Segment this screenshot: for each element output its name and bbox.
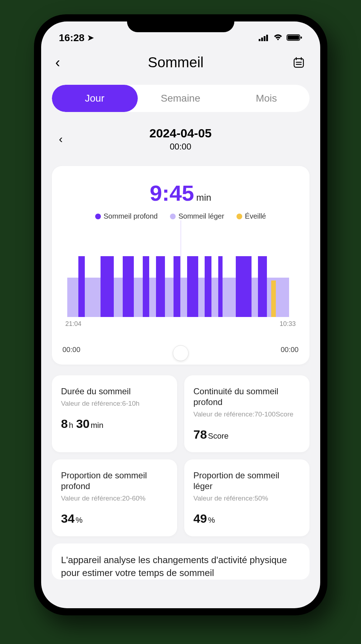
- info-text: L'appareil analyse les changements d'act…: [61, 555, 287, 578]
- dot-light-icon: [170, 214, 176, 219]
- total-number: 9:45: [150, 181, 194, 205]
- screen: 16:28 ➤ ‹ Sommeil Jou: [41, 21, 320, 608]
- info-card: L'appareil analyse les changements d'act…: [52, 543, 309, 580]
- metric-value: 49%: [194, 512, 300, 526]
- bar-deep: [205, 256, 211, 317]
- page-title: Sommeil: [60, 54, 292, 70]
- metric-card[interactable]: Continuité du sommeil profondValeur de r…: [184, 375, 309, 452]
- chart-x-end: 10:33: [279, 320, 296, 328]
- legend-deep: Sommeil profond: [95, 212, 158, 220]
- battery-icon: [287, 32, 302, 44]
- metric-value: 78Score: [194, 428, 300, 441]
- metric-ref: Valeur de référence:70-100Score: [194, 410, 300, 418]
- date-prev-button[interactable]: ‹: [59, 132, 63, 146]
- period-tabs: Jour Semaine Mois: [52, 85, 309, 112]
- metric-title: Proportion de sommeil profond: [61, 470, 168, 492]
- bar-deep: [187, 256, 198, 317]
- metric-value: 34%: [61, 512, 168, 526]
- svg-rect-1: [261, 38, 263, 41]
- bar-deep: [156, 256, 165, 317]
- chart-card: 9:45min Sommeil profond Sommeil léger Év…: [52, 166, 309, 365]
- scrub-handle[interactable]: [173, 345, 189, 361]
- scrub-end: 00:00: [280, 346, 298, 354]
- sleep-chart[interactable]: 21:04 10:33: [63, 235, 299, 328]
- chart-x-start: 21:04: [65, 320, 82, 328]
- back-button[interactable]: ‹: [55, 54, 60, 70]
- calendar-button[interactable]: [292, 55, 306, 70]
- date-value: 2024-04-05: [150, 126, 212, 140]
- metrics-grid: Durée du sommeilValeur de référence:6-10…: [52, 375, 309, 536]
- svg-rect-2: [264, 36, 265, 41]
- location-icon: ➤: [87, 33, 94, 43]
- tab-day[interactable]: Jour: [52, 85, 138, 112]
- bar-deep: [78, 256, 85, 317]
- total-unit: min: [196, 192, 211, 203]
- svg-rect-6: [301, 36, 302, 39]
- scrub-row: 00:00 00:00: [63, 346, 299, 354]
- legend: Sommeil profond Sommeil léger Éveillé: [63, 212, 299, 220]
- bar-deep: [101, 256, 114, 317]
- header: ‹ Sommeil: [41, 47, 320, 78]
- bar-deep: [236, 256, 251, 317]
- metric-title: Continuité du sommeil profond: [194, 386, 300, 408]
- dot-wake-icon: [236, 214, 242, 219]
- legend-wake: Éveillé: [236, 212, 266, 220]
- bar-wake: [271, 280, 275, 317]
- metric-card[interactable]: Durée du sommeilValeur de référence:6-10…: [52, 375, 177, 452]
- date-nav: ‹ 2024-04-05 00:00: [41, 119, 320, 162]
- svg-rect-3: [266, 35, 268, 41]
- tab-week[interactable]: Semaine: [138, 85, 224, 112]
- svg-rect-5: [288, 35, 299, 40]
- metric-title: Durée du sommeil: [61, 386, 168, 397]
- metric-ref: Valeur de référence:6-10h: [61, 400, 168, 408]
- tab-month[interactable]: Mois: [224, 85, 309, 112]
- bar-deep: [258, 256, 267, 317]
- notch: [127, 14, 234, 32]
- bar-deep: [143, 256, 150, 317]
- signal-icon: [259, 32, 269, 44]
- svg-rect-7: [294, 59, 303, 67]
- metric-title: Proportion de sommeil léger: [194, 470, 300, 492]
- metric-ref: Valeur de référence:20-60%: [61, 494, 168, 502]
- bar-deep: [174, 256, 180, 317]
- date-sub: 00:00: [150, 142, 212, 152]
- svg-rect-0: [259, 39, 260, 41]
- scrub-start: 00:00: [63, 346, 81, 354]
- wifi-icon: [273, 32, 283, 44]
- metric-card[interactable]: Proportion de sommeil profondValeur de r…: [52, 459, 177, 536]
- chart-x-labels: 21:04 10:33: [63, 320, 299, 328]
- status-time: 16:28: [59, 32, 85, 44]
- total-value: 9:45min: [63, 180, 299, 206]
- phone-frame: 16:28 ➤ ‹ Sommeil Jou: [34, 14, 327, 615]
- bar-deep: [218, 256, 223, 317]
- metric-value: 8h30min: [61, 417, 168, 431]
- dot-deep-icon: [95, 214, 101, 219]
- bar-deep: [123, 256, 134, 317]
- metric-card[interactable]: Proportion de sommeil légerValeur de réf…: [184, 459, 309, 536]
- metric-ref: Valeur de référence:50%: [194, 494, 300, 502]
- legend-light: Sommeil léger: [170, 212, 224, 220]
